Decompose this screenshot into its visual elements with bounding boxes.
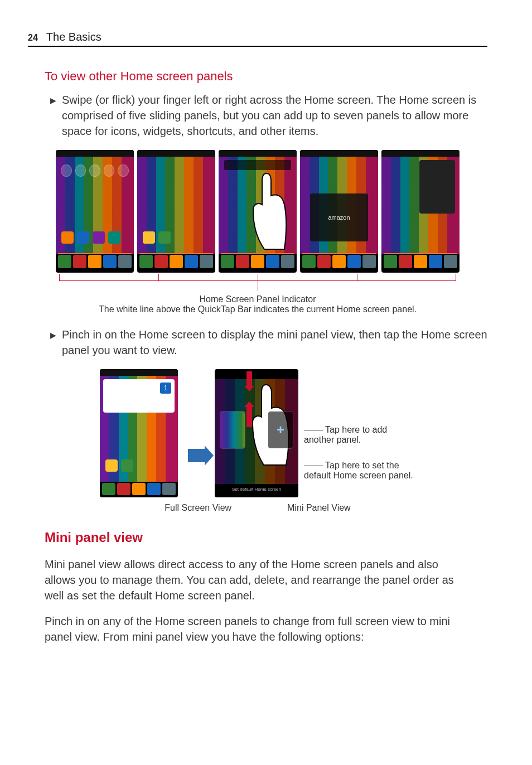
manual-page: 24 The Basics To view other Home screen … [0, 0, 532, 765]
phone-screenshot [56, 150, 134, 273]
subheading-view-panels: To view other Home screen panels [45, 69, 487, 84]
figure-mini-panel: 1 + Set default Home screen [28, 369, 487, 497]
quicktap-bar [58, 255, 132, 268]
mini-panel-view-screenshot: + Set default Home screen [215, 369, 298, 497]
triangle-bullet-icon: ▶ [50, 92, 56, 139]
heading-mini-panel-view: Mini panel view [45, 530, 487, 545]
bullet-item: ▶ Pinch in on the Home screen to display… [50, 327, 487, 358]
phone-screenshot [381, 150, 460, 273]
bullet-text: Pinch in on the Home screen to display t… [62, 327, 487, 358]
caption-mini-panel: Mini Panel View [287, 503, 351, 513]
caption-full-screen: Full Screen View [165, 503, 231, 513]
triangle-bullet-icon: ▶ [50, 327, 56, 358]
section-title: The Basics [46, 31, 101, 43]
phone-screenshot [137, 150, 215, 273]
full-screen-view-screenshot: 1 [100, 369, 178, 497]
paragraph: Mini panel view allows direct access to … [45, 556, 471, 603]
annotation-add-panel: Tap here to add another panel. [304, 425, 415, 445]
transition-arrow-icon [188, 449, 205, 462]
bullet-item: ▶ Swipe (or flick) your finger left or r… [50, 92, 487, 139]
search-bar-widget [224, 160, 291, 170]
weather-widget: 1 [103, 379, 175, 413]
phone-screenshot: amazon [300, 150, 378, 273]
pinch-down-arrow-icon [246, 371, 252, 386]
running-header: 24 The Basics [28, 31, 487, 43]
figure-swipe-panels: amazon [28, 150, 487, 291]
figure1-caption-body: The white line above the QuickTap Bar in… [28, 304, 487, 314]
header-rule [28, 46, 487, 47]
indicator-bracket [56, 274, 460, 291]
add-panel-thumb: + [268, 411, 293, 448]
amazon-widget: amazon [310, 193, 368, 241]
books-widget [419, 160, 455, 214]
pinch-up-arrow-icon [246, 407, 252, 427]
set-default-bar: Set default Home screen [219, 484, 294, 494]
mini-panel-thumb [220, 411, 245, 448]
annotation-set-default: Tap here to set the default Home screen … [304, 461, 415, 481]
figure2-captions: Full Screen View Mini Panel View [28, 503, 487, 513]
paragraph: Pinch in on any of the Home screen panel… [45, 613, 471, 645]
figure1-caption-title: Home Screen Panel Indicator [28, 294, 487, 304]
page-number: 24 [28, 33, 38, 43]
phone-screenshot-center [219, 150, 297, 273]
bullet-text: Swipe (or flick) your finger left or rig… [62, 92, 487, 139]
